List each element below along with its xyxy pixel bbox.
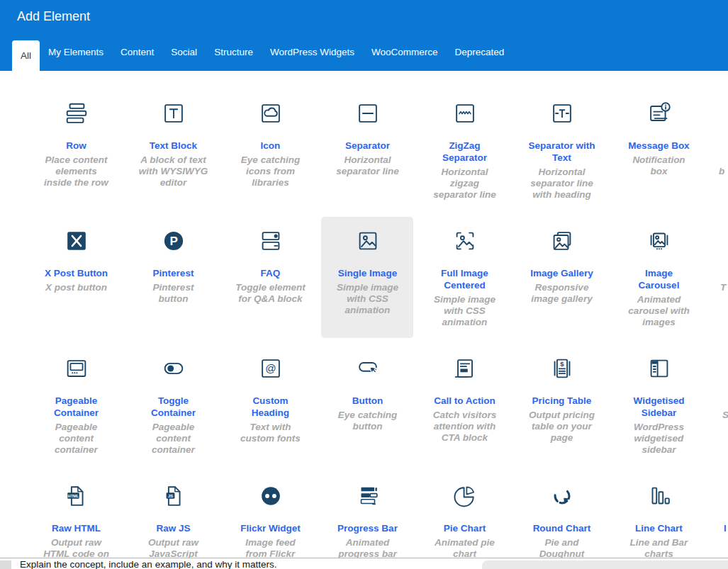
element-title: Separator with Text (527, 140, 597, 164)
pie-chart-icon (452, 483, 478, 509)
tab-structure[interactable]: Structure (206, 33, 262, 71)
widgetised-sidebar-icon (646, 355, 673, 382)
separator-icon (354, 100, 381, 127)
element-card-image-gallery[interactable]: Image GalleryResponsive image gallery (513, 217, 610, 344)
grid-row: Pageable ContainerPageable content conta… (28, 344, 707, 472)
element-card-line-chart[interactable]: Line ChartLine and Bar charts (610, 472, 707, 569)
element-card-text-block[interactable]: Text BlockA block of text with WYSIWYG e… (125, 89, 222, 217)
element-card-raw-html[interactable]: HTMLRaw HTMLOutput raw HTML code on (28, 472, 125, 569)
element-card-x-post-button[interactable]: X Post ButtonX post button (28, 217, 125, 344)
raw-html-icon: HTML (63, 483, 90, 509)
element-title: Pinterest (138, 267, 208, 279)
element-title: X Post Button (41, 267, 111, 279)
background-text: Explain the concept, include an example,… (20, 559, 276, 569)
element-desc: Horizontal separator line (332, 154, 403, 177)
svg-text:$: $ (560, 360, 564, 368)
element-desc: Eye catching button (332, 410, 403, 432)
element-card-image-carousel[interactable]: Image CarouselAnimated carousel with ima… (610, 217, 707, 344)
tab-deprecated[interactable]: Deprecated (446, 33, 513, 71)
element-card-pie-chart[interactable]: Pie ChartAnimated pie chart (416, 472, 513, 569)
element-card-pageable-container[interactable]: Pageable ContainerPageable content conta… (28, 344, 125, 472)
clipped-text-fragment: I (724, 522, 727, 534)
element-card-raw-js[interactable]: JSRaw JSOutput raw JavaScript (125, 472, 222, 569)
svg-text:@: @ (265, 362, 276, 374)
element-card-row[interactable]: RowPlace content elements inside the row (28, 89, 125, 217)
modal-title: Add Element (17, 9, 90, 24)
element-desc: Pinterest button (138, 282, 209, 305)
elements-panel: RowPlace content elements inside the row… (0, 71, 728, 569)
round-chart-icon (549, 483, 576, 509)
grid-row: HTMLRaw HTMLOutput raw HTML code onJSRaw… (28, 472, 707, 569)
svg-text:P: P (169, 235, 177, 248)
element-card-custom-heading[interactable]: @Custom HeadingText with custom fonts (222, 344, 319, 472)
tab-social[interactable]: Social (162, 33, 206, 71)
element-title: Flickr Widget (235, 522, 306, 534)
element-card-pinterest[interactable]: PPinterestPinterest button (125, 217, 222, 344)
element-card-button[interactable]: ButtonEye catching button (319, 344, 416, 472)
raw-js-icon: JS (160, 483, 187, 509)
element-desc: Animated progress bar (332, 537, 403, 560)
element-card-faq[interactable]: FAQToggle element for Q&A block (222, 217, 319, 344)
element-title: Toggle Container (138, 395, 208, 419)
element-desc: Catch visitors attention with CTA block (429, 410, 500, 444)
pinterest-icon: P (160, 227, 187, 254)
element-title: Full Image Centered (430, 267, 500, 291)
x-post-icon (63, 227, 90, 254)
element-desc: Responsive image gallery (526, 282, 598, 305)
element-card-single-image[interactable]: Single ImageSimple image with CSS animat… (319, 217, 416, 344)
element-desc: A block of text with WYSIWYG editor (138, 154, 209, 188)
tab-woocommerce[interactable]: WooCommerce (363, 33, 447, 71)
row-icon (63, 100, 90, 127)
tab-content[interactable]: Content (112, 33, 162, 71)
background-input (482, 560, 728, 569)
element-card-widgetised-sidebar[interactable]: Widgetised SidebarWordPress widgetised s… (610, 344, 707, 472)
element-desc: Output raw HTML code on (40, 537, 112, 560)
custom-heading-icon: @ (257, 355, 284, 382)
element-card-round-chart[interactable]: Round ChartPie and Doughnut charts (513, 472, 610, 569)
element-title: Separator (332, 140, 403, 152)
element-card-full-image-centered[interactable]: Full Image CenteredSimple image with CSS… (416, 217, 513, 344)
element-card-flickr-widget[interactable]: Flickr WidgetImage feed from Flickr (222, 472, 319, 569)
element-title: Single Image (332, 267, 403, 279)
element-desc: WordPress widgetised sidebar (623, 422, 695, 456)
element-card-zigzag-separator[interactable]: ZigZag SeparatorHorizontal zigzag separa… (416, 89, 513, 217)
element-desc: Animated pie chart (429, 537, 500, 560)
element-desc: Simple image with CSS animation (332, 282, 403, 316)
line-chart-icon (646, 483, 673, 509)
tab-wordpress-widgets[interactable]: WordPress Widgets (262, 33, 363, 71)
image-carousel-icon (646, 227, 673, 254)
element-card-progress-bar[interactable]: Progress BarAnimated progress bar (319, 472, 416, 569)
modal-header: Add Element AllMy ElementsContentSocialS… (0, 0, 728, 71)
element-title: Image Carousel (624, 267, 694, 291)
pricing-table-icon: $ (549, 355, 576, 382)
element-card-message-box[interactable]: Message BoxNotification box (610, 89, 707, 217)
zigzag-icon (452, 100, 478, 127)
element-card-separator[interactable]: SeparatorHorizontal separator line (319, 89, 416, 217)
element-desc: Eye catching icons from libraries (235, 154, 306, 188)
element-card-toggle-container[interactable]: Toggle ContainerPageable content contain… (125, 344, 222, 472)
element-title: Progress Bar (332, 522, 403, 534)
element-card-icon[interactable]: IconEye catching icons from libraries (222, 89, 319, 217)
clipped-text-fragment: S (722, 410, 728, 421)
element-card-pricing-table[interactable]: $Pricing TableOutput pricing table on yo… (513, 344, 610, 472)
progress-bar-icon (354, 483, 381, 509)
tab-all[interactable]: All (12, 40, 40, 71)
element-desc: Toggle element for Q&A block (235, 282, 306, 305)
element-desc: Pageable content container (40, 422, 112, 456)
separator-text-icon (549, 100, 576, 127)
full-image-icon (452, 227, 478, 254)
clipped-text-fragment: T (720, 282, 726, 293)
element-title: FAQ (235, 267, 306, 279)
element-title: Button (332, 395, 403, 407)
element-card-separator-with-text[interactable]: Separator with TextHorizontal separator … (513, 89, 610, 217)
element-desc: Output raw JavaScript (138, 537, 209, 560)
element-title: Line Chart (624, 522, 694, 534)
element-card-call-to-action[interactable]: Call to ActionCatch visitors attention w… (416, 344, 513, 472)
tab-my-elements[interactable]: My Elements (40, 33, 112, 71)
tab-bar: AllMy ElementsContentSocialStructureWord… (0, 33, 728, 71)
element-desc: Text with custom fonts (235, 422, 306, 444)
element-desc: Horizontal zigzag separator line (429, 167, 500, 201)
image-gallery-icon (549, 227, 576, 254)
element-title: Pageable Container (41, 395, 111, 419)
element-desc: Simple image with CSS animation (429, 294, 500, 328)
